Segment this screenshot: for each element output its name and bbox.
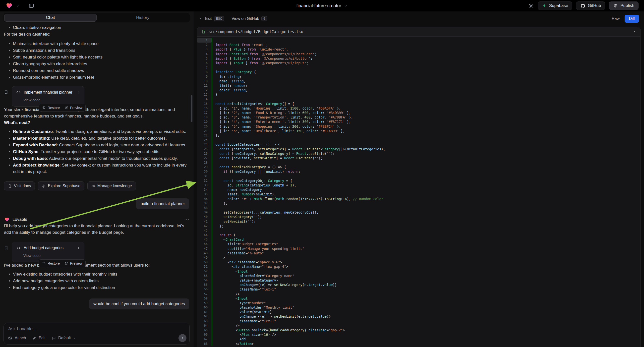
line-number: 44 — [197, 233, 212, 237]
supabase-button[interactable]: Supabase — [538, 2, 572, 10]
tool-card-header: Implement financial planner — [16, 89, 80, 96]
preview-button[interactable]: Preview — [62, 105, 84, 110]
bullet-item: Glass-morphic elements for a premium fee… — [13, 74, 189, 81]
bullet-item: GitHub Sync: Transfer your project's cod… — [13, 148, 189, 155]
edit-button[interactable]: Edit — [32, 336, 46, 340]
design-heading: For the design aesthetic: — [4, 31, 189, 38]
code-line: 26 const [newCategory, setNewCategory] =… — [197, 151, 640, 156]
bullet-item: Each category gets a unique color for vi… — [13, 284, 189, 291]
chat-input[interactable] — [4, 323, 190, 334]
result-intro: I've added a new budget categories manag… — [4, 262, 189, 268]
tool-card-actions: Restore Preview — [38, 260, 86, 267]
heart-logo-icon[interactable] — [6, 2, 13, 10]
raw-toggle[interactable]: Raw — [612, 16, 620, 21]
project-name: financial-future-creator — [296, 3, 341, 8]
restore-label: Restore — [48, 106, 60, 110]
code-line: 60 placeholder="Monthly limit" — [197, 305, 640, 310]
view-on-github-label: View on GitHub — [232, 16, 259, 21]
project-switcher[interactable]: financial-future-creator — [296, 0, 348, 12]
workspace-chevron-down-icon[interactable] — [16, 4, 20, 8]
code-line: 40 setNewCategory(''); — [197, 214, 640, 219]
tool-card-title: Add budget categories — [24, 245, 64, 251]
attach-button[interactable]: Attach — [8, 336, 26, 340]
quick-actions-row: Visit docs Explore Supabase Manage knowl… — [4, 182, 189, 190]
ellipsis-icon[interactable]: ⋯ — [184, 216, 189, 223]
restore-label: Restore — [48, 261, 60, 265]
bullet-item: Clean, intuitive navigation — [13, 24, 189, 31]
bullet-item: View existing budget categories with the… — [13, 271, 189, 278]
attach-label: Attach — [15, 336, 26, 340]
line-number: 24 — [197, 142, 212, 146]
code-line: 42 }; — [197, 224, 640, 228]
file-header[interactable]: src/components/budget/BudgetCategories.t… — [197, 27, 640, 36]
tool-card-add-budget-categories[interactable]: Add budget categories View code — [12, 242, 84, 262]
bullet-item: Subtle animations and transitions — [13, 47, 189, 54]
explore-supabase-button[interactable]: Explore Supabase — [38, 182, 84, 190]
line-number: 20 — [197, 124, 212, 129]
view-code-link[interactable]: View code — [24, 252, 80, 259]
tab-history[interactable]: History — [96, 14, 189, 22]
code-line: 27 const [newLimit, setNewLimit] = React… — [197, 156, 640, 160]
line-number: 9 — [197, 74, 212, 79]
bookmark-icon[interactable] — [4, 90, 8, 94]
line-number: 28 — [197, 160, 212, 165]
github-button[interactable]: GitHub — [576, 2, 605, 10]
tab-chat[interactable]: Chat — [4, 14, 96, 22]
line-number: 35 — [197, 192, 212, 196]
restore-button[interactable]: Restore — [40, 260, 62, 266]
publish-button[interactable]: Publish — [609, 2, 638, 10]
line-number: 57 — [197, 292, 212, 296]
bullet-item: Minimalist interface with plenty of whit… — [13, 40, 189, 47]
code-line: 56 className="flex-1" — [197, 287, 640, 292]
line-number: 14 — [197, 97, 212, 101]
view-code-link[interactable]: View code — [24, 97, 80, 103]
main-split: Chat History Clean, intuitive navigation… — [0, 12, 644, 347]
chat-tabs: Chat History — [4, 13, 190, 22]
line-number: 42 — [197, 224, 212, 228]
heart-icon — [4, 216, 10, 222]
line-number: 41 — [197, 219, 212, 224]
line-number: 7 — [197, 65, 212, 70]
line-number: 8 — [197, 70, 212, 74]
line-number: 56 — [197, 287, 212, 292]
preview-button[interactable]: Preview — [62, 260, 84, 266]
mode-selector[interactable]: Default — [52, 336, 77, 340]
assistant-summary: Your sleek financial planner is now read… — [4, 106, 189, 120]
code-line: 45 <ChartCard — [197, 237, 640, 242]
exit-button[interactable]: Exit ESC — [198, 16, 224, 21]
app-window: financial-future-creator Supabase GitHub — [0, 0, 644, 347]
line-number: 1 — [197, 38, 212, 42]
preview-label: Preview — [70, 106, 82, 110]
code-content: 12import React from 'react';3import { Pl… — [197, 36, 640, 347]
github-label: GitHub — [588, 3, 601, 8]
chat-scrollbar[interactable] — [191, 95, 192, 122]
view-on-github-button[interactable]: View on GitHub 6 — [232, 16, 267, 21]
manage-knowledge-button[interactable]: Manage knowledge — [88, 182, 136, 190]
line-number: 39 — [197, 210, 212, 214]
bullet-item: Debug with Ease: Activate our experiment… — [13, 155, 189, 162]
code-line: 49 > — [197, 256, 640, 260]
tool-card-implement-planner[interactable]: Implement financial planner View code — [12, 86, 84, 106]
code-line: 12 color: string; — [197, 88, 640, 92]
line-number: 4 — [197, 52, 212, 56]
line-number: 10 — [197, 79, 212, 84]
line-number: 47 — [197, 246, 212, 251]
panel-left-icon[interactable] — [28, 2, 34, 9]
gear-icon[interactable] — [528, 3, 534, 9]
topbar-left — [6, 2, 34, 10]
code-line: 24const BudgetCategories = () => { — [197, 142, 640, 146]
line-number: 2 — [197, 42, 212, 47]
restore-button[interactable]: Restore — [40, 105, 62, 110]
eye-icon — [91, 184, 95, 188]
line-number: 54 — [197, 278, 212, 282]
code-line: 4import ChartCard from '@/components/ui/… — [197, 52, 640, 56]
line-number: 61 — [197, 310, 212, 314]
chevron-up-icon[interactable] — [633, 30, 636, 34]
chat-message-list: Clean, intuitive navigation For the desi… — [0, 22, 193, 320]
code-line: 46 title="Budget Categories" — [197, 242, 640, 246]
user-message-bubble: would be cool if you could add budget ca… — [89, 298, 189, 310]
visit-docs-button[interactable]: Visit docs — [4, 182, 35, 190]
send-button[interactable] — [178, 334, 186, 342]
bookmark-icon[interactable] — [4, 246, 8, 250]
diff-toggle[interactable]: Diff — [624, 15, 639, 23]
